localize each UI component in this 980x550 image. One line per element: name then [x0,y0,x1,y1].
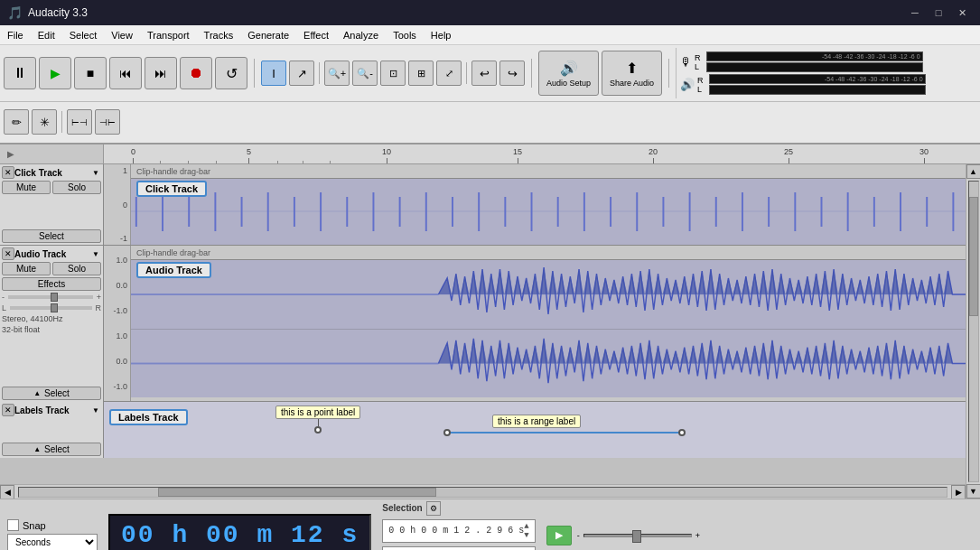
pan-slider[interactable] [10,306,91,310]
h-scroll-left[interactable]: ◀ [0,485,14,499]
click-track-mute[interactable]: Mute [2,181,51,194]
svg-rect-22 [689,192,691,231]
menu-file[interactable]: File [0,25,31,45]
app-title: Audacity 3.3 [28,6,904,19]
v-scrollbar-track[interactable] [968,181,979,482]
audio-track-select[interactable]: ▲ Select [2,387,101,400]
play-button[interactable]: ▶ [39,57,71,89]
close-button[interactable]: ✕ [951,4,973,22]
tool-zoom-in[interactable]: 🔍+ [324,61,350,86]
v-scroll-up[interactable]: ▲ [966,164,981,179]
menu-view[interactable]: View [104,25,140,45]
menu-generate[interactable]: Generate [240,25,296,45]
tool-trim-left[interactable]: ⊢⊣ [67,109,92,135]
empty-tracks-area [0,458,966,484]
audio-waveform-lower[interactable] [131,329,966,397]
audio-setup-button[interactable]: 🔊 Audio Setup [538,51,599,96]
stop-button[interactable]: ■ [74,57,107,89]
audio-waveform-upper[interactable] [131,260,966,329]
click-track-close[interactable]: ✕ [2,166,14,179]
app-icon: 🎵 [7,5,23,20]
speed-max: + [695,531,700,540]
tool-pencil[interactable]: ✏ [4,109,29,135]
share-audio-button[interactable]: ⬆ Share Audio [602,51,662,96]
menu-transport[interactable]: Transport [140,25,197,45]
sel-start-arrow[interactable]: ▲▼ [524,522,528,540]
speed-thumb[interactable] [632,530,641,543]
record-meter-row: 🎙 RL -54 -48 -42 -36 -30 -24 -18 -12 -6 … [680,51,926,72]
menu-tracks[interactable]: Tracks [197,25,241,45]
audio-track-dropdown[interactable]: ▼ [92,250,101,258]
maximize-button[interactable]: □ [928,4,949,22]
menu-help[interactable]: Help [424,25,459,45]
click-track-select[interactable]: Select [2,229,101,243]
menu-analyze[interactable]: Analyze [336,25,386,45]
pause-button[interactable]: ⏸ [4,57,36,89]
skip-back-button[interactable]: ⏮ [109,57,142,89]
click-waveform-canvas[interactable] [131,179,966,245]
v-scrollbar: ▲ ▼ [966,164,980,499]
tool-zoom-toggle[interactable]: ⤢ [436,61,462,86]
h-scroll-right[interactable]: ▶ [951,485,966,499]
tool-fit-select[interactable]: ⊡ [380,61,406,86]
h-scrollbar-thumb[interactable] [158,488,436,497]
minor-tick [188,161,189,163]
tool-redo[interactable]: ↪ [499,61,525,86]
labels-track-select[interactable]: ▲ Select [2,443,101,456]
record-button[interactable]: ⏺ [180,57,212,89]
tool-trim-right[interactable]: ⊣⊢ [95,109,120,135]
audio-track-close[interactable]: ✕ [2,247,14,260]
labels-track-waveform[interactable]: Labels Track this is a point label this … [104,402,966,458]
playback-controls: ▶ - + [546,526,700,545]
record-lr: RL [695,53,701,71]
speed-control: - + [577,531,700,540]
svg-rect-10 [372,192,374,231]
point-label-text: this is a point label [275,406,360,419]
tool-fit-project[interactable]: ⊞ [408,61,434,86]
minimize-button[interactable]: ─ [904,4,926,22]
tool-undo[interactable]: ↩ [471,61,497,86]
h-scrollbar: ◀ ▶ [0,484,966,499]
audio-track-waveform[interactable]: Clip-handle drag-bar Audio Track [131,246,966,401]
menu-edit[interactable]: Edit [31,25,62,45]
v-scroll-down[interactable]: ▼ [966,484,981,499]
tool-multiselect[interactable]: ↗ [289,61,314,86]
svg-rect-8 [320,192,322,231]
svg-rect-30 [900,192,901,231]
gain-slider[interactable] [8,295,93,299]
gain-minus[interactable]: - [2,293,5,302]
speed-slider[interactable] [583,534,692,537]
menu-tools[interactable]: Tools [386,25,424,45]
click-track-dropdown[interactable]: ▼ [92,169,101,177]
audio-track-name: Audio Track [14,249,92,259]
click-track-solo[interactable]: Solo [52,181,101,194]
svg-rect-26 [794,192,796,231]
labels-track-close[interactable]: ✕ [2,404,14,416]
tool-select[interactable]: I [261,61,286,86]
seconds-select[interactable]: Seconds [7,534,98,550]
labels-track-dropdown[interactable]: ▼ [92,406,101,415]
play-small-button[interactable]: ▶ [546,526,572,545]
labels-track-title-row: ✕ Labels Track ▼ [2,404,101,416]
ruler-content: 0 5 10 15 20 25 30 [104,144,980,163]
click-track-waveform[interactable]: Clip-handle drag-bar Click Track [131,164,966,245]
menu-effect[interactable]: Effect [296,25,336,45]
svg-rect-24 [742,192,743,231]
skip-forward-button[interactable]: ⏭ [145,57,177,89]
h-scrollbar-track[interactable] [18,487,947,498]
audio-track-mute[interactable]: Mute [2,262,51,275]
snap-checkbox[interactable] [7,519,19,531]
audio-track-effects[interactable]: Effects [2,277,101,291]
tool-star[interactable]: ✳ [32,109,57,135]
tool-zoom-out[interactable]: 🔍- [352,61,378,86]
menu-select[interactable]: Select [62,25,105,45]
audio-track-solo[interactable]: Solo [52,262,101,275]
click-clip-handle: Clip-handle drag-bar [131,164,966,179]
svg-rect-7 [294,197,295,227]
selection-settings-icon[interactable]: ⚙ [426,501,441,516]
v-scrollbar-thumb[interactable] [969,197,978,317]
gain-plus[interactable]: + [97,293,101,302]
audio-track-clip-label: Audio Track [136,262,211,278]
loop-button[interactable]: ↺ [215,57,247,89]
svg-rect-31 [926,197,928,227]
